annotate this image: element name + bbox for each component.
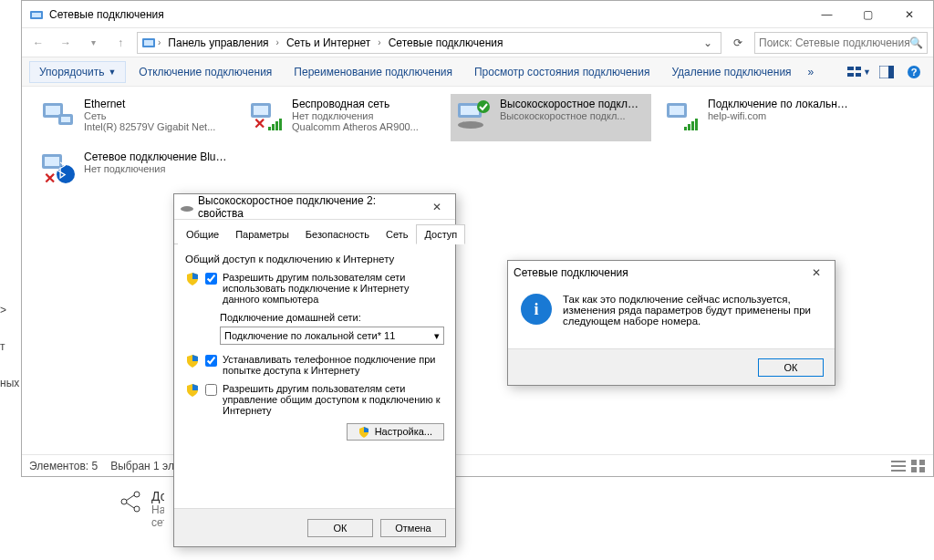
ethernet-icon [664, 98, 700, 134]
dialog-title: Высокоскоростное подключение 2: свойства [194, 194, 424, 220]
chevron-right-icon: › [158, 37, 161, 47]
svg-point-47 [134, 506, 140, 512]
svg-rect-17 [254, 106, 268, 115]
connection-adapter: Intel(R) 82579V Gigabit Net... [84, 121, 215, 132]
svg-point-26 [477, 100, 490, 113]
tab-security[interactable]: Безопасность [297, 224, 378, 244]
tiles-view-icon[interactable] [911, 460, 926, 472]
svg-rect-7 [856, 73, 861, 77]
home-network-value: Подключение по локальной сети* 11 [224, 330, 395, 341]
titlebar: Сетевые подключения — ▢ ✕ [22, 1, 933, 28]
tab-network[interactable]: Сеть [378, 224, 416, 244]
view-mode-toggle[interactable] [891, 460, 926, 472]
toolbar-overflow-button[interactable]: » [804, 62, 818, 82]
ok-button[interactable]: ОК [307, 519, 373, 537]
svg-rect-34 [45, 157, 59, 166]
message-box: Сетевые подключения ✕ i Так как это подк… [507, 260, 835, 386]
dialog-close-button[interactable]: ✕ [424, 197, 450, 217]
message-close-button[interactable]: ✕ [804, 263, 829, 283]
window-icon [29, 7, 44, 22]
breadcrumb-segment[interactable]: Сеть и Интернет [281, 35, 376, 51]
svg-text:✕: ✕ [254, 116, 265, 131]
preview-pane-button[interactable] [875, 61, 898, 83]
wifi-icon: ✕ [248, 98, 285, 134]
svg-rect-3 [144, 40, 153, 46]
dialog-titlebar: Высокоскоростное подключение 2: свойства… [174, 194, 455, 220]
svg-rect-29 [684, 127, 687, 130]
uac-shield-icon [185, 354, 200, 368]
message-body: i Так как это подключение сейчас использ… [508, 285, 835, 348]
chevron-right-icon: › [378, 37, 380, 47]
message-titlebar: Сетевые подключения ✕ [508, 261, 835, 285]
uac-shield-icon [358, 427, 369, 438]
details-view-icon[interactable] [891, 460, 906, 472]
connection-status: Сеть [84, 110, 215, 121]
allow-sharing-label: Разрешить другим пользователям сети испо… [223, 272, 444, 305]
disable-connection-button[interactable]: Отключение подключения [130, 62, 281, 82]
message-title: Сетевые подключения [514, 266, 804, 279]
share-sub: На [151, 503, 164, 516]
connection-item-wireless[interactable]: ✕ Беспроводная сеть Нет подключения Qual… [243, 94, 443, 141]
ethernet-icon [40, 98, 77, 134]
breadcrumb-segment[interactable]: Панель управления [162, 35, 274, 51]
connection-item-lan11[interactable]: Подключение по локальной сети* 11 help-w… [659, 94, 859, 141]
modem-icon [180, 202, 194, 213]
address-bar: ← → ▾ ↑ › Панель управления › Сеть и Инт… [22, 28, 933, 57]
svg-rect-37 [891, 461, 906, 462]
bluetooth-icon: ✕ [40, 150, 77, 187]
back-button[interactable]: ← [27, 32, 49, 54]
svg-rect-30 [688, 124, 690, 130]
svg-rect-9 [888, 66, 894, 78]
connection-item-broadband[interactable]: Высокоскоростное подключение 2 Высокоско… [451, 94, 651, 141]
home-network-dropdown[interactable]: Подключение по локальной сети* 11 ▾ [220, 327, 444, 345]
connection-name: Высокоскоростное подключение 2 [500, 98, 646, 110]
view-status-button[interactable]: Просмотр состояния подключения [465, 62, 659, 82]
breadcrumb[interactable]: › Панель управления › Сеть и Интернет › … [137, 32, 721, 54]
tab-options[interactable]: Параметры [227, 224, 297, 244]
connection-item-bluetooth[interactable]: ✕ Сетевое подключение Bluetooth Нет подк… [35, 147, 235, 194]
refresh-button[interactable]: ⟳ [727, 36, 749, 49]
close-button[interactable]: ✕ [888, 2, 929, 27]
dialog-footer: ОК Отмена [174, 508, 455, 546]
svg-rect-6 [847, 73, 854, 77]
settings-button[interactable]: Настройка... [347, 423, 444, 441]
allow-sharing-checkbox[interactable] [205, 273, 217, 285]
breadcrumb-dropdown-button[interactable]: ⌄ [699, 36, 717, 49]
connection-name: Подключение по локальной сети* 11 [708, 98, 854, 110]
svg-rect-5 [856, 67, 861, 70]
recent-locations-button[interactable]: ▾ [82, 32, 104, 54]
svg-point-45 [121, 499, 127, 504]
dialog-tabs: Общие Параметры Безопасность Сеть Доступ [174, 220, 455, 244]
share-sub: сет [151, 516, 164, 529]
message-text: Так как это подключение сейчас используе… [563, 294, 822, 339]
maximize-button[interactable]: ▢ [847, 2, 888, 27]
svg-rect-4 [847, 67, 854, 70]
forward-button[interactable]: → [55, 32, 77, 54]
delete-connection-button[interactable]: Удаление подключения [662, 62, 800, 82]
minimize-button[interactable]: — [806, 2, 847, 27]
tab-general[interactable]: Общие [178, 224, 227, 244]
connection-adapter: help-wifi.com [708, 110, 854, 121]
help-button[interactable]: ? [902, 61, 926, 83]
connection-item-ethernet[interactable]: Ethernet Сеть Intel(R) 82579V Gigabit Ne… [35, 94, 235, 141]
search-icon[interactable]: 🔍 [909, 36, 923, 49]
search-box[interactable]: 🔍 [754, 32, 928, 54]
tab-sharing[interactable]: Доступ [416, 224, 465, 244]
svg-rect-43 [919, 467, 925, 472]
search-input[interactable] [759, 36, 909, 49]
allow-control-checkbox[interactable] [205, 384, 217, 396]
cancel-button[interactable]: Отмена [380, 519, 446, 537]
up-button[interactable]: ↑ [109, 32, 131, 54]
rename-connection-button[interactable]: Переименование подключения [285, 62, 462, 82]
dial-on-demand-checkbox[interactable] [205, 355, 217, 367]
chevron-down-icon: ▼ [108, 67, 116, 77]
breadcrumb-segment[interactable]: Сетевые подключения [383, 35, 509, 51]
allow-control-label: Разрешить другим пользователям сети упра… [223, 383, 444, 416]
dialog-body: Общий доступ к подключению к Интернету Р… [174, 244, 455, 508]
organize-menu[interactable]: Упорядочить▼ [29, 61, 126, 83]
message-ok-button[interactable]: ОК [758, 358, 824, 377]
item-count: Элементов: 5 [29, 460, 98, 472]
view-options-button[interactable]: ▼ [847, 61, 871, 83]
svg-rect-13 [46, 106, 60, 115]
svg-point-44 [181, 206, 193, 212]
